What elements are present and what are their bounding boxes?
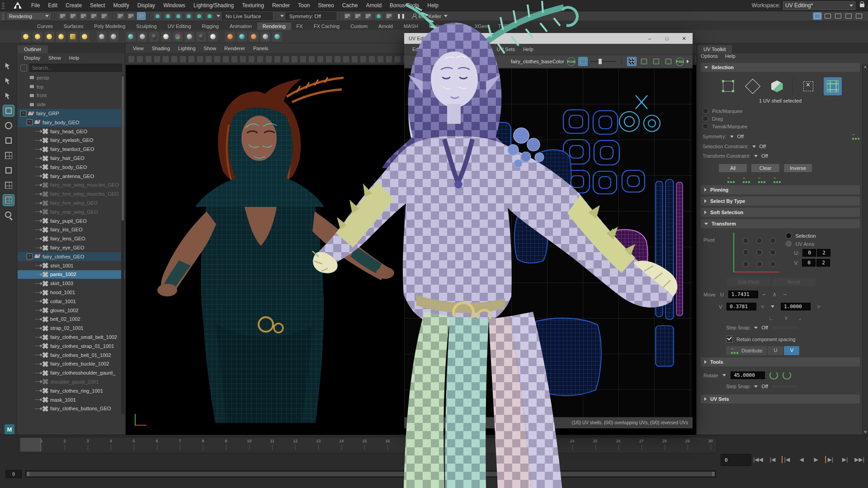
paint-select-tool-icon[interactable] [3,90,14,101]
rotate-angle-field[interactable]: 45.0000 [731,371,765,379]
layout-four-pane-icon[interactable] [3,180,14,191]
outliner-item[interactable]: fairy_fore_wing_GEO [18,198,125,207]
outliner-item[interactable]: collar_1001 [18,297,125,306]
shelf-tab[interactable]: Sculpting [131,23,162,30]
user-account-name[interactable]: Eric Keller [419,14,441,19]
new-scene-icon[interactable] [58,12,67,20]
distribute-button[interactable]: Distribute [726,346,767,355]
viewport-menu-item[interactable]: Lighting [175,45,199,52]
image-border-icon[interactable] [639,57,649,66]
rgb-channels-icon[interactable]: RGB [567,57,576,66]
uv-editor-menu-item[interactable]: UV Sets [493,46,519,52]
area-light-icon[interactable] [68,32,78,42]
sequence-render-icon[interactable] [385,12,393,20]
outliner-item[interactable]: mask_1001 [18,395,125,404]
surface-shader-icon[interactable] [161,32,171,42]
ramp-texture-icon[interactable] [184,32,194,42]
uv-editor-menu-item[interactable]: Edit [409,46,425,52]
file-texture-icon[interactable] [208,32,218,42]
rotate-ccw-icon[interactable] [769,371,778,380]
outliner-item[interactable]: fairy_clothes_buckle_1002 [18,360,125,369]
step-snap-grid-button[interactable] [772,326,798,329]
viewport-menu-item[interactable]: View [129,45,147,52]
outliner-item[interactable]: − fairy_body_GEO [18,118,125,127]
pause-icon[interactable]: ❚❚ [397,14,406,19]
toolbar-overflow-icon[interactable] [687,60,689,63]
save-scene-icon[interactable] [79,12,88,20]
checker-tiles-icon[interactable] [627,57,637,66]
uv-editor-menu-item[interactable]: View [425,46,443,52]
outliner-item[interactable]: fairy_eyelash_GEO [18,136,125,145]
grow-selection-icon[interactable] [742,177,750,183]
outliner-item[interactable]: strap_02_1001 [18,324,125,333]
outliner-item[interactable]: fairy_clothes_belt_01_1002 [18,351,125,360]
pivot-selection-radio[interactable]: Selection [786,233,830,239]
outliner-item[interactable]: − fairy_GRP [18,109,125,118]
expand-toggle-icon[interactable]: − [27,253,33,259]
select-hierarchy-icon[interactable] [116,12,125,20]
move-up-icon[interactable]: ∧ [772,291,777,298]
viewport-menu-item[interactable]: Panels [250,45,272,52]
undo-icon[interactable] [90,12,98,20]
move-tool-icon[interactable] [3,105,14,116]
uv-editor-menu-item[interactable]: Image [444,46,466,52]
current-frame-field[interactable]: 0 [721,454,751,466]
shelf-tab[interactable]: XGen [469,23,493,30]
pivot-position-grid[interactable] [733,233,779,272]
outliner-item[interactable]: shirt_1001 [18,261,125,270]
open-scene-icon[interactable] [69,12,77,20]
outliner-item[interactable]: fairy_clothes_strap_01_1001 [18,342,125,351]
shelf-tab[interactable]: Surfaces [58,23,89,30]
display-image-icon[interactable] [578,57,588,66]
standard-surface-icon[interactable] [126,32,136,42]
menu-item[interactable]: Modify [109,1,133,9]
menu-item[interactable]: Windows [159,1,189,9]
select-edge-icon[interactable] [744,77,762,95]
menu-item[interactable]: Edit [44,1,61,9]
uv-toolkit-tab[interactable]: UV Toolkit [697,43,868,53]
edit-pivot-button[interactable]: Edit Pivot [727,278,770,286]
magnifier-icon[interactable] [3,210,14,221]
outliner-search-input[interactable] [29,64,122,72]
uv-grid-canvas[interactable] [404,68,693,417]
viewport-menu-item[interactable]: Show [200,45,220,52]
select-face-icon[interactable] [768,77,786,95]
image-dim-slider[interactable] [590,61,616,62]
move-corner-icon[interactable]: ⌟ [799,315,801,321]
menu-item[interactable]: File [27,1,44,9]
workspace-lock-icon[interactable] [860,4,864,7]
color-wheel-icon[interactable] [173,32,183,42]
uv-area-v0-field[interactable]: 0 [802,259,816,267]
selection-constraint-row[interactable]: Selection Constraint: Off [703,144,860,149]
outliner-item[interactable]: fairy_rear_wing_GEO [18,207,125,216]
light-editor-icon[interactable] [272,32,282,42]
move-step-field[interactable]: 1.0000 [781,303,811,310]
menu-set-selector[interactable]: Rendering [6,12,52,20]
menu-item[interactable]: Select [86,1,109,9]
user-account-icon[interactable] [412,14,417,19]
collapsed-section-header[interactable]: Select By Type [701,197,860,206]
move-corner-icon[interactable]: ⌐ [763,291,766,298]
outliner-item[interactable]: fairy_clothes_small_belt_1002 [18,333,125,342]
playback-button[interactable]: ▶▶| [854,454,865,465]
outliner-item[interactable]: shoulder_gaurd_1001 [18,377,125,386]
select-object-icon[interactable] [127,12,135,20]
minimize-icon[interactable]: – [641,33,658,44]
retain-spacing-row[interactable]: Retain component spacing [726,336,860,343]
live-surface-field[interactable]: No Live Surface [222,12,273,20]
shade-uvs-icon[interactable] [651,57,661,66]
menu-item[interactable]: Toon [294,1,314,9]
select-component-icon[interactable] [137,12,146,20]
outliner-item[interactable]: side [18,100,125,109]
move-corner-icon[interactable]: ¬ [783,291,787,298]
wireframe-fairy-model[interactable] [152,70,405,423]
section-selection[interactable]: Selection [701,63,860,72]
shelf-tab[interactable]: Curves [32,23,58,30]
hypershade-icon[interactable] [260,32,270,42]
outliner-item[interactable]: fairy_clothes_buttons_GEO [18,404,125,413]
range-start-field[interactable]: 0 [5,470,22,478]
move-right-icon[interactable]: > [817,303,821,310]
shelf-tab[interactable]: MotionGraphics [424,23,469,30]
playback-button[interactable]: ▶| [825,454,836,465]
expand-toggle-icon[interactable]: − [20,111,26,117]
